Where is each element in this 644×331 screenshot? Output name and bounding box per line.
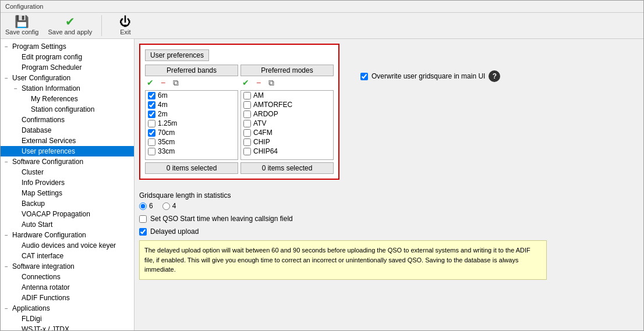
sidebar-item-antenna-rotator[interactable]: Antenna rotator: [1, 282, 134, 293]
sidebar-item-station-configuration[interactable]: Station configuration: [1, 104, 134, 115]
delayed-upload-checkbox[interactable]: [139, 228, 147, 236]
modes-remove-button[interactable]: −: [253, 77, 264, 88]
band-list-item[interactable]: 1.25m: [146, 119, 238, 128]
band-checkbox[interactable]: [148, 138, 155, 146]
sidebar-item-wsjtx[interactable]: WSJT-x / JTDX: [1, 324, 134, 330]
delayed-upload-label[interactable]: Delayed upload: [150, 227, 199, 236]
sidebar-item-program-settings[interactable]: − Program Settings: [1, 41, 134, 52]
gridsquare-6-radio[interactable]: [139, 202, 147, 210]
band-list-item[interactable]: 4m: [146, 100, 238, 109]
band-checkbox[interactable]: [148, 111, 155, 118]
mode-label: ARDOP: [253, 110, 278, 118]
modes-copy-button[interactable]: ⧉: [266, 77, 277, 88]
sidebar-label: WSJT-x / JTDX: [19, 325, 69, 330]
spacer: [10, 201, 19, 207]
band-list-item[interactable]: 2m: [146, 109, 238, 119]
sidebar-item-user-preferences[interactable]: User preferences: [1, 146, 134, 156]
set-qso-row: Set QSO Start time when leaving callsign…: [139, 215, 639, 223]
set-qso-label[interactable]: Set QSO Start time when leaving callsign…: [150, 215, 293, 223]
mode-checkbox[interactable]: [243, 148, 251, 155]
bands-copy-button[interactable]: ⧉: [171, 77, 181, 88]
sidebar-item-cluster[interactable]: Cluster: [1, 167, 134, 177]
mode-list-item[interactable]: AMTORFEC: [241, 100, 333, 109]
save-apply-button[interactable]: ✔ Save and apply: [48, 16, 92, 35]
exit-button[interactable]: ⏻ Exit: [111, 16, 139, 35]
mode-list-item[interactable]: C4FM: [241, 128, 333, 137]
mode-label: C4FM: [253, 129, 273, 137]
mode-checkbox[interactable]: [243, 138, 251, 146]
toggle-icon: −: [1, 75, 10, 81]
band-list-item[interactable]: 35cm: [146, 137, 238, 147]
band-list-item[interactable]: 6m: [146, 91, 238, 100]
mode-checkbox[interactable]: [243, 101, 251, 109]
preferred-bands-column: Preferred bands ✔ − ⧉ 6m4m2m1.25m70cm35c…: [145, 65, 238, 174]
sidebar-item-software-integration[interactable]: − Software integration: [1, 261, 134, 272]
window-title: Configuration: [5, 3, 43, 10]
mode-checkbox[interactable]: [243, 92, 251, 99]
bands-selected-count: 0 items selected: [145, 162, 238, 174]
band-label: 6m: [158, 91, 168, 99]
toggle-icon: −: [10, 86, 19, 92]
band-checkbox[interactable]: [148, 92, 155, 99]
sidebar-item-auto-start[interactable]: Auto Start: [1, 219, 134, 230]
gridsquare-4-label[interactable]: 4: [162, 202, 176, 210]
sidebar-item-edit-program-config[interactable]: Edit program config: [1, 52, 134, 62]
gridsquare-radio-row: 6 4: [139, 202, 639, 210]
sidebar-item-database[interactable]: Database: [1, 125, 134, 136]
sidebar-item-audio-devices[interactable]: Audio devices and voice keyer: [1, 240, 134, 251]
sidebar-label: Database: [19, 126, 51, 134]
sidebar-label: Applications: [10, 304, 50, 312]
sidebar-item-info-providers[interactable]: Info Providers: [1, 177, 134, 188]
modes-selected-count: 0 items selected: [240, 162, 334, 174]
mode-list-item[interactable]: ATV: [241, 119, 333, 128]
band-checkbox[interactable]: [148, 148, 155, 155]
band-list-item[interactable]: 70cm: [146, 128, 238, 137]
sidebar-label: FLDigi: [19, 315, 42, 323]
overwrite-gridsquare-checkbox[interactable]: [360, 73, 368, 80]
mode-label: AMTORFEC: [253, 101, 292, 109]
pref-bands-row: Preferred bands ✔ − ⧉ 6m4m2m1.25m70cm35c…: [145, 65, 334, 174]
band-label: 2m: [158, 110, 168, 118]
gridsquare-4-radio[interactable]: [162, 202, 170, 210]
sidebar-item-confirmations[interactable]: Confirmations: [1, 115, 134, 125]
sidebar-item-user-configuration[interactable]: − User Configuration: [1, 73, 134, 83]
sidebar-item-my-references[interactable]: My References: [1, 94, 134, 104]
sidebar-item-program-scheduler[interactable]: Program Scheduler: [1, 62, 134, 73]
sidebar-item-connections[interactable]: Connections: [1, 272, 134, 282]
sidebar-label: Station configuration: [29, 105, 94, 113]
overwrite-gridsquare-label[interactable]: Overwrite user gridsquare in main UI: [371, 72, 485, 80]
mode-list-item[interactable]: ARDOP: [241, 109, 333, 119]
sidebar-item-external-services[interactable]: External Services: [1, 136, 134, 146]
spacer: [10, 274, 19, 280]
bands-remove-button[interactable]: −: [158, 77, 168, 88]
sidebar-item-applications[interactable]: − Applications: [1, 303, 134, 314]
modes-add-button[interactable]: ✔: [240, 77, 251, 88]
band-checkbox[interactable]: [148, 101, 155, 109]
band-list-item[interactable]: 33cm: [146, 147, 238, 156]
sidebar-item-fldigi[interactable]: FLDigi: [1, 314, 134, 324]
sidebar-item-voacap[interactable]: VOACAP Propagation: [1, 209, 134, 219]
mode-checkbox[interactable]: [243, 129, 251, 137]
help-button[interactable]: ?: [489, 70, 500, 82]
set-qso-checkbox[interactable]: [139, 215, 147, 223]
band-checkbox[interactable]: [148, 120, 155, 127]
mode-checkbox[interactable]: [243, 120, 251, 127]
sidebar-item-station-information[interactable]: − Station Information: [1, 83, 134, 94]
mode-list-item[interactable]: AM: [241, 91, 333, 100]
save-config-button[interactable]: 💾 Save config: [5, 16, 38, 35]
sidebar-item-adif-functions[interactable]: ADIF Functions: [1, 293, 134, 303]
gridsquare-6-label[interactable]: 6: [139, 202, 153, 210]
sidebar-item-map-settings[interactable]: Map Settings: [1, 188, 134, 198]
spacer: [10, 138, 19, 144]
sidebar-item-hardware-configuration[interactable]: − Hardware Configuration: [1, 230, 134, 240]
mode-checkbox[interactable]: [243, 111, 251, 118]
sidebar-item-cat-interface[interactable]: CAT interface: [1, 251, 134, 261]
mode-list-item[interactable]: CHIP64: [241, 147, 333, 156]
spacer: [10, 127, 19, 134]
band-checkbox[interactable]: [148, 129, 155, 137]
sidebar-item-backup[interactable]: Backup: [1, 198, 134, 209]
spacer: [10, 295, 19, 301]
mode-list-item[interactable]: CHIP: [241, 137, 333, 147]
bands-add-button[interactable]: ✔: [145, 77, 155, 88]
sidebar-item-software-configuration[interactable]: − Software Configuration: [1, 156, 134, 167]
